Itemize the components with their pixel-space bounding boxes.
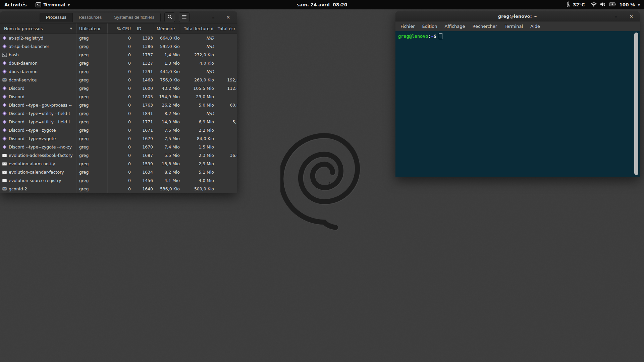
process-read-cell: N/D <box>180 34 214 42</box>
table-row[interactable]: evolution-source-registrygreg014564,1 Mi… <box>0 176 237 185</box>
column-header-read[interactable]: Total lecture d <box>180 23 214 34</box>
table-row[interactable]: at-spi2-registrydgreg01393664,0 KioN/D <box>0 34 237 42</box>
close-button[interactable]: ✕ <box>224 14 232 21</box>
process-user-cell: greg <box>76 67 107 76</box>
process-id-cell: 1805 <box>131 93 153 101</box>
process-user-cell: greg <box>76 151 107 160</box>
table-row[interactable]: Discord --type=zygotegreg016797,5 Mio84,… <box>0 134 237 143</box>
minimize-button[interactable]: – <box>210 14 217 21</box>
process-name-cell: dbus-daemon <box>0 67 76 76</box>
terminal-titlebar[interactable]: greg@lenovo: ~ – ✕ <box>395 11 640 21</box>
table-row[interactable]: Discord --type=zygote --no-zygreg016707,… <box>0 143 237 151</box>
table-row[interactable]: dbus-daemongreg01391444,0 KioN/D <box>0 67 237 76</box>
process-write-cell <box>214 134 237 143</box>
tab-processus[interactable]: Processus <box>40 13 73 22</box>
table-row[interactable]: bashgreg017371,4 Mio272,0 Kio <box>0 51 237 59</box>
process-name-cell: bash <box>0 51 76 59</box>
menu-button[interactable] <box>179 12 190 22</box>
plugin-icon <box>2 44 7 49</box>
menu-edition[interactable]: Édition <box>419 22 441 30</box>
plugin-icon <box>2 61 7 66</box>
tab-ressources[interactable]: Ressources <box>73 13 108 22</box>
process-write-cell <box>214 59 237 67</box>
table-row[interactable]: Discord --type=zygotegreg016717,5 Mio2,2… <box>0 126 237 134</box>
system-monitor-headerbar: Processus Ressources Systèmes de fichier… <box>0 11 237 23</box>
process-read-cell: 6,9 Mio <box>180 118 214 126</box>
process-cpu-cell: 0 <box>107 101 131 109</box>
prompt-user-host: greg@lenovo <box>398 34 428 39</box>
process-cpu-cell: 0 <box>107 185 131 193</box>
table-row[interactable]: at-spi-bus-launchergreg01386592,0 KioN/D <box>0 42 237 51</box>
table-row[interactable]: Discordgreg01805154,9 Mio23,0 Mio <box>0 93 237 101</box>
table-row[interactable]: dbus-daemongreg013271,3 Mio4,0 Kio <box>0 59 237 67</box>
table-row[interactable]: evolution-calendar-factorygreg016348,2 M… <box>0 168 237 176</box>
table-row[interactable]: Discordgreg0160043,2 Mio105,5 Mio112,0 <box>0 84 237 93</box>
clock[interactable]: sam. 24 avril 08:20 <box>292 0 352 9</box>
debian-swirl-logo <box>280 127 368 237</box>
process-read-cell: 1,5 Mio <box>180 143 214 151</box>
table-row[interactable]: Discord --type=utility --field-tgreg0184… <box>0 109 237 118</box>
status-chevron-down-icon: ▼ <box>638 4 640 7</box>
activities-button[interactable]: Activités <box>0 0 31 9</box>
process-cpu-cell: 0 <box>107 109 131 118</box>
battery-icon <box>609 2 616 7</box>
table-row[interactable]: evolution-addressbook-factorygreg016875,… <box>0 151 237 160</box>
column-header-user[interactable]: Utilisateur <box>76 23 107 34</box>
process-name-cell: evolution-alarm-notify <box>0 160 76 168</box>
process-id-cell: 1670 <box>131 143 153 151</box>
mail-icon <box>2 178 7 183</box>
menu-terminal[interactable]: Terminal <box>501 22 527 30</box>
process-write-cell: 60,0 <box>214 101 237 109</box>
process-name-cell: evolution-source-registry <box>0 176 76 185</box>
process-memory-cell: 5,5 Mio <box>153 151 180 160</box>
temperature-label: 32°C <box>573 2 585 7</box>
table-row[interactable]: Discord --type=gpu-process --greg0176326… <box>0 101 237 109</box>
process-name-cell: evolution-calendar-factory <box>0 168 76 176</box>
menu-rechercher[interactable]: Rechercher <box>469 22 501 30</box>
column-header-name[interactable]: Nom du processus ▼ <box>0 23 76 34</box>
column-header-memory[interactable]: Mémoire <box>153 23 180 34</box>
process-write-cell <box>214 168 237 176</box>
terminal-scrollbar[interactable] <box>634 33 638 175</box>
process-read-cell: 260,0 Kio <box>180 76 214 84</box>
keys-icon <box>2 186 7 191</box>
process-cpu-cell: 0 <box>107 76 131 84</box>
process-user-cell: greg <box>76 168 107 176</box>
column-header-cpu[interactable]: % CPU <box>107 23 131 34</box>
menu-fichier[interactable]: Fichier <box>397 22 419 30</box>
process-memory-cell: 536,0 Kio <box>153 185 180 193</box>
terminal-close-button[interactable]: ✕ <box>628 13 635 20</box>
system-monitor-tabs: Processus Ressources Systèmes de fichier… <box>40 13 161 22</box>
tab-systemes-de-fichiers[interactable]: Systèmes de fichiers <box>108 13 160 22</box>
process-read-cell: 5,1 Mio <box>180 168 214 176</box>
hamburger-icon <box>182 15 186 20</box>
focused-app-menu[interactable]: Terminal ▼ <box>31 0 74 9</box>
process-write-cell <box>214 51 237 59</box>
table-row[interactable]: gconfd-2greg01640536,0 Kio500,0 Kio <box>0 185 237 193</box>
menu-aide[interactable]: Aide <box>527 22 544 30</box>
process-table-header[interactable]: Nom du processus ▼ Utilisateur % CPU ID … <box>0 23 237 34</box>
column-header-write[interactable]: Total écr <box>214 23 237 34</box>
process-name-cell: Discord --type=zygote <box>0 134 76 143</box>
system-status-area[interactable]: 32°C 100 % ▼ <box>562 0 644 9</box>
table-row[interactable]: Discord --type=utility --field-tgreg0177… <box>0 118 237 126</box>
terminal-minimize-button[interactable]: – <box>612 13 620 20</box>
top-bar: Activités Terminal ▼ sam. 24 avril 08:20… <box>0 0 644 9</box>
column-header-id[interactable]: ID <box>131 23 153 34</box>
terminal-window: greg@lenovo: ~ – ✕ Fichier Édition Affic… <box>395 11 640 177</box>
process-name-cell: Discord --type=zygote --no-zy <box>0 143 76 151</box>
terminal-content[interactable]: greg@lenovo:~$ <box>395 31 640 177</box>
process-id-cell: 1737 <box>131 51 153 59</box>
process-write-cell <box>214 93 237 101</box>
process-name-cell: at-spi-bus-launcher <box>0 42 76 51</box>
process-user-cell: greg <box>76 76 107 84</box>
table-row[interactable]: dconf-servicegreg01468756,0 Kio260,0 Kio… <box>0 76 237 84</box>
process-write-cell <box>214 176 237 185</box>
process-read-cell: 272,0 Kio <box>180 51 214 59</box>
plugin-icon <box>2 144 7 149</box>
search-button[interactable] <box>164 12 175 22</box>
menu-affichage[interactable]: Affichage <box>441 22 469 30</box>
process-cpu-cell: 0 <box>107 34 131 42</box>
process-user-cell: greg <box>76 118 107 126</box>
table-row[interactable]: evolution-alarm-notifygreg0159913,8 Mio2… <box>0 160 237 168</box>
